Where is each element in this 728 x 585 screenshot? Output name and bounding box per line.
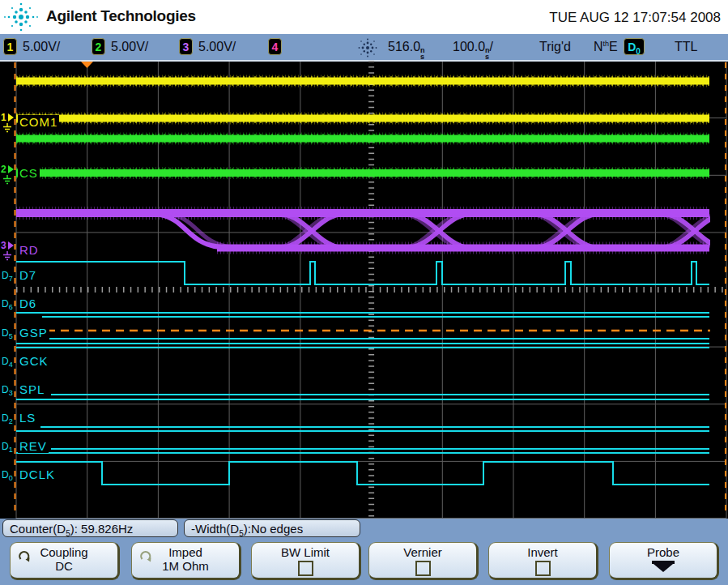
svg-text:1: 1 (1, 112, 6, 123)
d3-trace (16, 395, 709, 399)
channel-3-badge[interactable]: 3 (179, 38, 193, 55)
d7-indicator[interactable]: D7 (2, 270, 13, 284)
channel-2-scale: 5.00V/ (111, 40, 148, 54)
impedance-softkey[interactable]: Imped 1M Ohm (131, 542, 241, 580)
d3-label: SPL (18, 382, 46, 396)
d0-label: DCLK (18, 468, 57, 481)
channel-2-badge[interactable]: 2 (92, 38, 105, 55)
submenu-arrow-icon (649, 561, 677, 573)
trigger-status: Trig'd (539, 40, 571, 54)
d3-indicator[interactable]: D3 (2, 384, 13, 399)
ch3-marker-icon[interactable]: 3 (1, 240, 14, 260)
d1-label: REV (18, 439, 49, 453)
ch2-marker-icon[interactable]: 2 (1, 164, 14, 184)
delay-readout: 516.0ns (388, 40, 425, 60)
d7-trace (16, 262, 709, 284)
counter-readout: Counter(D5): 59.826Hz (2, 519, 178, 537)
ch1-trace (16, 81, 709, 118)
d2-indicator[interactable]: D2 (2, 412, 13, 427)
d6-trace (16, 313, 709, 317)
d1-trace (16, 449, 709, 453)
ch1-label: COM1 (18, 115, 59, 129)
ch1-marker-icon[interactable]: 1 (1, 112, 14, 132)
d4-indicator[interactable]: D4 (2, 356, 13, 370)
graticule (16, 61, 726, 519)
vernier-checkbox[interactable] (415, 561, 431, 576)
invert-checkbox[interactable] (535, 561, 551, 576)
ch2-label: CS (18, 166, 40, 180)
d2-label: LS (18, 411, 37, 425)
trigger-marker-icon[interactable] (81, 62, 93, 68)
header: Agilent Technologies TUE AUG 12 17:07:54… (0, 0, 728, 34)
ch3-trace (16, 213, 724, 248)
d5-label: GSP (18, 326, 49, 339)
digital-traces (16, 262, 709, 485)
ch3-label: RD (18, 243, 40, 257)
measurement-bar: Counter(D5): 59.826Hz -Width(D5):No edge… (0, 519, 728, 540)
svg-text:3: 3 (1, 240, 6, 251)
probe-softkey[interactable]: Probe (609, 542, 719, 580)
invert-softkey[interactable]: Invert (488, 542, 598, 580)
svg-text:2: 2 (1, 164, 6, 175)
ch2-trace (16, 139, 709, 173)
brand-title: Agilent Technologies (46, 7, 196, 25)
channel-1-badge[interactable]: 1 (3, 38, 17, 55)
vernier-softkey[interactable]: Vernier (368, 542, 479, 580)
agilent-spark-logo-icon (3, 1, 39, 34)
rotate-knob-icon (17, 549, 32, 564)
waveform-display: 1 2 3 COM1 CS RD D7 D6 GSP GCK SPL LS RE… (0, 61, 728, 519)
bw-limit-checkbox[interactable] (298, 561, 313, 576)
width-readout: -Width(D5):No edges (184, 519, 360, 537)
coupling-softkey[interactable]: Coupling DC (10, 542, 120, 580)
trigger-source-badge[interactable]: D0 (624, 38, 645, 55)
rotate-knob-icon (138, 549, 153, 564)
d6-indicator[interactable]: D6 (2, 298, 13, 313)
oscilloscope-screen: Agilent Technologies TUE AUG 12 17:07:54… (0, 0, 728, 585)
d6-label: D6 (18, 297, 38, 310)
d1-indicator[interactable]: D1 (2, 441, 13, 455)
d7-label: D7 (18, 268, 38, 282)
timebase-readout: 100.0ns/ (453, 40, 493, 60)
snowflake-icon (357, 37, 378, 58)
d0-trace (16, 462, 709, 485)
datetime: TUE AUG 12 17:07:54 2008 (549, 10, 721, 26)
status-bar: 1 5.00V/ 2 5.00V/ 3 5.00V/ 4 516.0ns 100… (0, 34, 728, 61)
trigger-mode: NthE (594, 40, 618, 54)
softkey-menu: Coupling DC Imped 1M Ohm BW Limit Vernie… (0, 540, 728, 585)
d5-trace (16, 339, 709, 344)
channel-4-badge[interactable]: 4 (268, 38, 282, 55)
d2-trace (16, 427, 709, 431)
channel-1-scale: 5.00V/ (23, 40, 60, 54)
waveform-canvas: 1 2 3 (0, 61, 728, 519)
d5-indicator[interactable]: D5 (2, 327, 13, 342)
bw-limit-softkey[interactable]: BW Limit (251, 542, 361, 580)
d4-label: GCK (18, 354, 50, 368)
trigger-level: TTL (675, 40, 697, 54)
d0-indicator[interactable]: D0 (2, 469, 13, 484)
channel-3-scale: 5.00V/ (198, 40, 236, 54)
